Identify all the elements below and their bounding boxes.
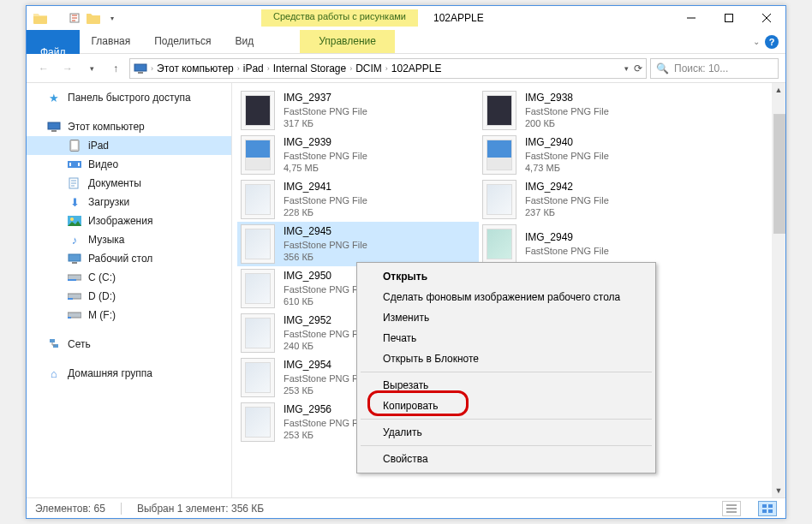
video-icon [68, 158, 81, 171]
file-thumbnail [241, 269, 275, 308]
file-thumbnail [241, 91, 275, 130]
ctx-separator [361, 372, 652, 372]
forward-button[interactable]: → [57, 58, 78, 79]
qat-separator [52, 13, 63, 23]
maximize-button[interactable] [710, 6, 748, 30]
scrollbar-thumb[interactable] [773, 114, 785, 234]
vertical-scrollbar[interactable]: ▲ ▼ [772, 83, 785, 497]
scroll-up-icon[interactable]: ▲ [772, 83, 785, 97]
view-tiles-button[interactable] [758, 501, 777, 516]
help-icon[interactable]: ? [765, 35, 779, 49]
svg-rect-3 [138, 72, 143, 74]
file-item[interactable]: IMG_2938FastStone PNG File200 КБ [479, 88, 720, 133]
nav-pictures[interactable]: Изображения [27, 211, 231, 230]
nav-video[interactable]: Видео [27, 155, 231, 174]
nav-quickaccess[interactable]: ★ Панель быстрого доступа [27, 88, 231, 107]
address-bar: ← → ▾ ↑ › Этот компьютер › iPad › Intern… [27, 54, 785, 83]
recent-dropdown[interactable]: ▾ [81, 58, 102, 79]
file-item[interactable]: IMG_2940FastStone PNG File4,73 МБ [479, 133, 720, 177]
qat-newfolder-icon[interactable] [87, 11, 100, 25]
ctx-copy[interactable]: Копировать [359, 396, 654, 416]
nav-network[interactable]: Сеть [27, 335, 231, 354]
documents-icon [68, 176, 81, 190]
ctx-delete[interactable]: Удалить [359, 422, 654, 443]
svg-rect-7 [72, 141, 78, 149]
search-icon: 🔍 [656, 63, 669, 74]
file-name: IMG_2942 [525, 181, 609, 194]
status-count: Элементов: 65 [35, 503, 105, 515]
minimize-button[interactable] [672, 6, 710, 30]
nav-desktop[interactable]: Рабочий стол [27, 249, 231, 268]
breadcrumb-storage[interactable]: Internal Storage [273, 63, 346, 74]
nav-homegroup[interactable]: ⌂ Домашняя группа [27, 364, 231, 383]
file-name: IMG_2941 [284, 181, 367, 194]
file-item[interactable]: IMG_2945FastStone PNG File356 КБ [237, 222, 479, 266]
nav-thispc[interactable]: Этот компьютер [27, 117, 231, 136]
ribbon-home[interactable]: Главная [80, 30, 143, 53]
breadcrumb-sep: › [151, 64, 153, 73]
search-box[interactable]: 🔍 Поиск: 10... [650, 58, 779, 79]
nav-pane: ★ Панель быстрого доступа Этот компьютер… [27, 83, 232, 497]
file-item[interactable]: IMG_2939FastStone PNG File4,75 МБ [237, 133, 479, 177]
ribbon-expand-icon[interactable]: ⌄ [753, 37, 760, 46]
address-dropdown-icon[interactable]: ▾ [624, 64, 629, 73]
svg-rect-14 [69, 254, 81, 261]
refresh-button[interactable]: ⟳ [634, 63, 642, 74]
pc-icon [47, 120, 61, 134]
ribbon-contextual-label: Средства работы с рисунками [261, 9, 418, 27]
file-thumbnail [241, 313, 275, 353]
file-thumbnail [241, 358, 275, 397]
nav-ipad[interactable]: iPad [27, 136, 231, 155]
drive-icon [68, 271, 81, 284]
up-button[interactable]: ↑ [105, 58, 126, 79]
file-item[interactable]: IMG_2942FastStone PNG File237 КБ [479, 177, 720, 222]
ribbon-tabs: Файл Главная Поделиться Вид Управление ⌄… [27, 30, 785, 54]
downloads-icon: ⬇ [68, 195, 81, 209]
ctx-notepad[interactable]: Открыть в Блокноте [359, 348, 654, 369]
back-button[interactable]: ← [33, 58, 54, 79]
ctx-edit[interactable]: Изменить [359, 307, 654, 328]
file-type: FastStone PNG File [284, 283, 367, 295]
svg-rect-1 [725, 15, 733, 22]
breadcrumb-current[interactable]: 102APPLE [391, 63, 442, 74]
file-item[interactable]: IMG_2937FastStone PNG File317 КБ [237, 88, 479, 133]
svg-point-13 [70, 217, 74, 221]
svg-rect-19 [68, 298, 73, 300]
file-item[interactable]: IMG_2941FastStone PNG File228 КБ [237, 177, 479, 222]
breadcrumb-pc-icon[interactable] [134, 63, 147, 74]
qat-dropdown-icon[interactable]: ▾ [105, 11, 119, 25]
nav-downloads[interactable]: ⬇ Загрузки [27, 193, 231, 211]
ribbon-share[interactable]: Поделиться [142, 30, 223, 53]
file-item[interactable]: IMG_2949FastStone PNG File [479, 222, 720, 266]
view-details-button[interactable] [722, 501, 741, 516]
nav-drive-d[interactable]: D (D:) [27, 287, 231, 306]
nav-music[interactable]: ♪ Музыка [27, 230, 231, 249]
breadcrumb-root[interactable]: Этот компьютер [157, 63, 234, 74]
ctx-properties[interactable]: Свойства [359, 449, 654, 469]
nav-drive-c[interactable]: C (C:) [27, 268, 231, 287]
svg-rect-9 [69, 163, 71, 166]
ctx-wallpaper[interactable]: Сделать фоновым изображением рабочего ст… [359, 287, 654, 307]
breadcrumb-bar[interactable]: › Этот компьютер › iPad › Internal Stora… [129, 58, 647, 79]
file-type: FastStone PNG File [284, 328, 367, 340]
svg-rect-22 [50, 339, 55, 342]
drive-icon [68, 289, 81, 303]
svg-rect-25 [768, 504, 773, 508]
scroll-down-icon[interactable]: ▼ [772, 484, 785, 497]
ribbon-view[interactable]: Вид [223, 30, 266, 53]
drive-icon [68, 308, 81, 322]
network-icon [47, 337, 61, 351]
breadcrumb-dcim[interactable]: DCIM [355, 63, 382, 74]
nav-documents[interactable]: Документы [27, 174, 231, 193]
close-button[interactable] [748, 6, 785, 30]
file-size: 253 КБ [284, 384, 367, 396]
nav-drive-m[interactable]: M (F:) [27, 306, 231, 325]
ctx-cut[interactable]: Вырезать [359, 375, 654, 396]
ctx-print[interactable]: Печать [359, 328, 654, 348]
breadcrumb-ipad[interactable]: iPad [243, 63, 264, 74]
star-icon: ★ [47, 91, 61, 104]
ribbon-contextual-tab[interactable]: Управление [300, 30, 395, 53]
qat-properties-icon[interactable] [68, 11, 81, 25]
file-type: FastStone PNG File [284, 105, 367, 117]
ctx-open[interactable]: Открыть [359, 266, 654, 287]
